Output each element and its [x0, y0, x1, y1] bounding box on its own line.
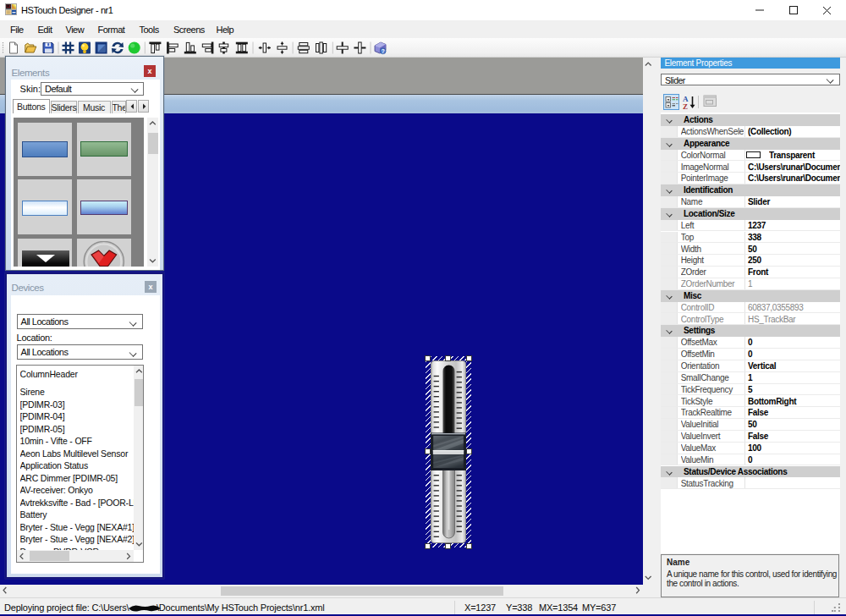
svg-text:Z: Z: [683, 102, 688, 110]
svg-text:?: ?: [382, 48, 385, 54]
